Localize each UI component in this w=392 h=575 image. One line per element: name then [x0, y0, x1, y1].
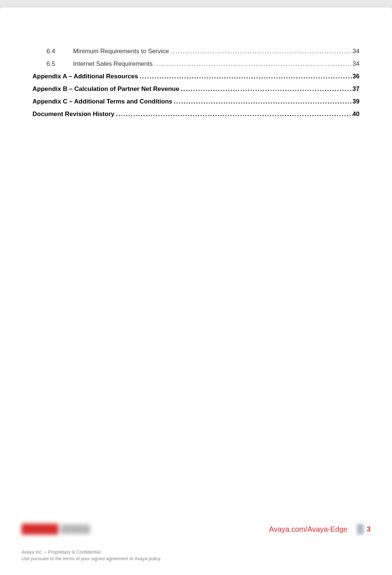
- toc-entry[interactable]: Appendix B – Calculation of Partner Net …: [32, 84, 360, 94]
- toc-entry-number: 6.4: [47, 46, 73, 57]
- toc-entry-title: Appendix B – Calculation of Partner Net …: [32, 84, 179, 94]
- toc-entry-page: 34: [353, 46, 360, 57]
- toc-entry[interactable]: Appendix C – Additional Terms and Condit…: [32, 96, 360, 107]
- toc-entry-title: Internet Sales Requirements: [73, 59, 152, 69]
- table-of-contents: 6.4Minimum Requirements to Service......…: [32, 46, 360, 119]
- document-page: 6.4Minimum Requirements to Service......…: [0, 7, 392, 575]
- toc-entry-title: Minimum Requirements to Service: [73, 46, 169, 57]
- toc-entry-title: Appendix A – Additional Resources: [32, 71, 138, 82]
- toc-entry-leader: ........................................…: [152, 59, 353, 69]
- toc-entry-leader: ........................................…: [179, 84, 353, 94]
- toc-entry-page: 37: [353, 84, 360, 94]
- footer-right: Avaya.com/Avaya-Edge 3: [269, 524, 371, 534]
- toc-entry[interactable]: Document Revision History...............…: [32, 109, 360, 119]
- badge-decoration: [357, 524, 364, 534]
- page-footer: Avaya.com/Avaya-Edge 3 Avaya Inc. – Prop…: [21, 520, 371, 562]
- logo-red-part: [21, 524, 58, 535]
- page-number-badge: 3: [357, 524, 371, 534]
- toc-entry-page: 39: [353, 96, 360, 107]
- toc-entry-title: Document Revision History: [32, 109, 114, 119]
- toc-entry-leader: ........................................…: [169, 46, 353, 57]
- page-number: 3: [367, 525, 371, 533]
- legal-line-2: Use pursuant to the terms of your signed…: [21, 556, 371, 562]
- brand-logo: [21, 520, 95, 538]
- legal-line-1: Avaya Inc. – Proprietary & Confidential.: [21, 549, 371, 556]
- logo-gray-part: [61, 524, 90, 534]
- footer-legal-text: Avaya Inc. – Proprietary & Confidential.…: [21, 549, 371, 562]
- toc-entry-page: 40: [353, 109, 360, 119]
- toc-entry[interactable]: 6.4Minimum Requirements to Service......…: [32, 46, 360, 57]
- toc-entry-leader: ........................................…: [172, 96, 353, 107]
- toc-entry-number: 6.5: [47, 59, 73, 69]
- toc-entry[interactable]: 6.5Internet Sales Requirements..........…: [32, 59, 360, 69]
- toc-entry-page: 34: [353, 59, 360, 69]
- toc-entry-leader: ........................................…: [114, 109, 353, 119]
- toc-entry-page: 36: [353, 71, 360, 82]
- footer-url: Avaya.com/Avaya-Edge: [269, 525, 348, 534]
- toc-entry-title: Appendix C – Additional Terms and Condit…: [32, 96, 172, 107]
- toc-entry-leader: ........................................…: [138, 71, 353, 82]
- toc-entry[interactable]: Appendix A – Additional Resources.......…: [32, 71, 360, 82]
- footer-top-row: Avaya.com/Avaya-Edge 3: [21, 520, 371, 538]
